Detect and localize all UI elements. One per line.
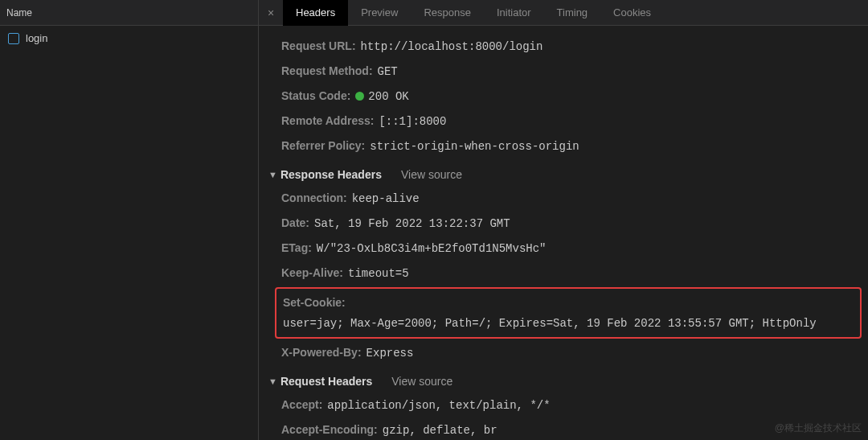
request-list: login (0, 26, 258, 440)
details-panel: × Headers Preview Response Initiator Tim… (259, 0, 868, 440)
value-referrer-policy: strict-origin-when-cross-origin (370, 138, 579, 155)
caret-down-icon: ▼ (268, 376, 277, 386)
request-name: login (26, 32, 47, 44)
tab-initiator[interactable]: Initiator (484, 0, 544, 26)
value-etag: W/"23-OxLb8C3i4m+bE2fo0Td1N5MvsHc" (317, 240, 547, 257)
label-request-method: Request Method: (281, 62, 373, 80)
status-code-row: Status Code: 200 OK (259, 84, 868, 109)
tab-timing[interactable]: Timing (544, 0, 601, 26)
label-etag: ETag: (281, 239, 312, 257)
tab-response[interactable]: Response (411, 0, 484, 26)
label-set-cookie: Set-Cookie: (283, 292, 346, 313)
etag-row: ETag: W/"23-OxLb8C3i4m+bE2fo0Td1N5MvsHc" (259, 236, 868, 261)
value-x-powered-by: Express (366, 344, 414, 362)
network-requests-panel: Name login (0, 0, 259, 440)
request-row-login[interactable]: login (0, 27, 258, 49)
label-keep-alive: Keep-Alive: (281, 264, 343, 282)
value-accept: application/json, text/plain, */* (327, 397, 550, 414)
value-connection: keep-alive (352, 190, 420, 208)
value-keep-alive: timeout=5 (348, 265, 409, 282)
label-remote-address: Remote Address: (281, 112, 374, 130)
request-url-row: Request URL: http://localhost:8000/login (259, 34, 868, 59)
set-cookie-highlighted: Set-Cookie: user=jay; Max-Age=2000; Path… (275, 287, 862, 339)
tab-cookies[interactable]: Cookies (600, 0, 664, 26)
label-request-url: Request URL: (281, 37, 356, 55)
referrer-policy-row: Referrer Policy: strict-origin-when-cros… (259, 134, 868, 158)
caret-down-icon: ▼ (268, 170, 277, 179)
label-status-code: Status Code: (281, 87, 350, 105)
close-icon[interactable]: × (259, 6, 283, 19)
watermark-text: @稀土掘金技术社区 (775, 421, 862, 435)
view-source-link[interactable]: View source (391, 375, 452, 388)
view-source-link[interactable]: View source (401, 168, 462, 181)
remote-address-row: Remote Address: [::1]:8000 (259, 109, 868, 134)
request-method-row: Request Method: GET (259, 59, 868, 84)
value-remote-address: [::1]:8000 (379, 113, 446, 130)
response-headers-title: Response Headers (280, 168, 382, 181)
response-headers-section[interactable]: ▼ Response Headers View source (259, 158, 868, 186)
document-icon (8, 33, 19, 44)
tabs-row: × Headers Preview Response Initiator Tim… (259, 0, 868, 26)
label-referrer-policy: Referrer Policy: (281, 137, 365, 154)
value-accept-encoding: gzip, deflate, br (383, 421, 497, 439)
date-row: Date: Sat, 19 Feb 2022 13:22:37 GMT (259, 211, 868, 236)
label-connection: Connection: (281, 189, 347, 207)
value-status-code: 200 OK (368, 88, 408, 105)
value-request-method: GET (378, 63, 398, 80)
accept-row: Accept: application/json, text/plain, */… (259, 393, 868, 417)
label-x-powered-by: X-Powered-By: (281, 343, 362, 361)
value-request-url: http://localhost:8000/login (361, 38, 543, 56)
column-header-name[interactable]: Name (0, 0, 258, 26)
value-date: Sat, 19 Feb 2022 13:22:37 GMT (314, 215, 510, 232)
request-headers-title: Request Headers (280, 375, 372, 388)
value-set-cookie: user=jay; Max-Age=2000; Path=/; Expires=… (283, 313, 817, 334)
x-powered-by-row: X-Powered-By: Express (259, 340, 868, 365)
headers-content: Request URL: http://localhost:8000/login… (259, 26, 868, 440)
label-accept: Accept: (281, 396, 322, 413)
connection-row: Connection: keep-alive (259, 186, 868, 211)
label-accept-encoding: Accept-Encoding: (281, 421, 378, 438)
label-date: Date: (281, 214, 309, 232)
keep-alive-row: Keep-Alive: timeout=5 (259, 261, 868, 286)
tab-preview[interactable]: Preview (348, 0, 411, 26)
request-headers-section[interactable]: ▼ Request Headers View source (259, 365, 868, 393)
status-dot-icon (355, 92, 364, 101)
tab-headers[interactable]: Headers (283, 0, 348, 26)
